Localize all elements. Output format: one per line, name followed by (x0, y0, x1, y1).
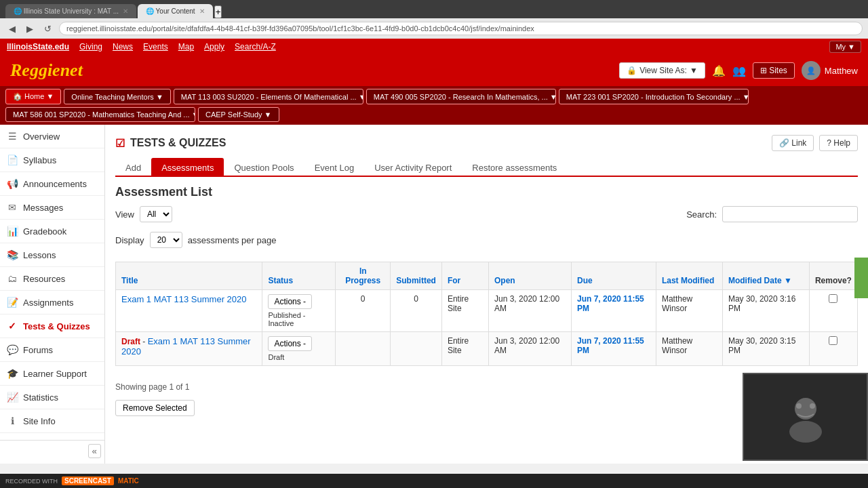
col-last-modified: Last Modified (656, 262, 722, 290)
learner-support-icon: 🎓 (7, 368, 18, 379)
course-mat490-button[interactable]: MAT 490 005 SP2020 - Research In Mathema… (366, 89, 556, 104)
search-input[interactable] (722, 206, 858, 222)
title-sort-link[interactable]: Title (121, 276, 138, 285)
sidebar-label-resources: Resources (23, 274, 65, 284)
svg-point-1 (789, 421, 822, 443)
tab-question-pools[interactable]: Question Pools (224, 158, 304, 177)
row2-title-separator: - (142, 337, 147, 346)
tab-restore[interactable]: Restore assessments (462, 158, 567, 177)
sidebar-item-learner-support[interactable]: 🎓 Learner Support (0, 362, 104, 386)
row2-submitted-cell (391, 332, 442, 366)
status-sort-link[interactable]: Status (268, 276, 293, 285)
row1-status-cell: Actions - Published - Inactive (262, 290, 336, 332)
forward-button[interactable]: ▶ (23, 22, 37, 35)
sites-button[interactable]: ⊞ Sites (753, 62, 795, 79)
tab-assessments[interactable]: Assessments (151, 158, 224, 177)
course-mat586-button[interactable]: MAT 586 001 SP2020 - Mathematics Teachin… (5, 107, 195, 122)
sidebar-label-assignments: Assignments (23, 298, 73, 308)
submitted-sort-link[interactable]: Submitted (396, 276, 436, 285)
modified-date-sort-link[interactable]: Modified Date ▼ (728, 276, 792, 285)
browser-tab-2[interactable]: 🌐 Your Content ✕ (138, 4, 213, 18)
sidebar-item-resources[interactable]: 🗂 Resources (0, 267, 104, 291)
sidebar-item-announcements[interactable]: 📢 Announcements (0, 172, 104, 196)
username: Matthew (825, 66, 858, 76)
sidebar-label-site-info: Site Info (23, 416, 56, 426)
isu-apply[interactable]: Apply (204, 42, 224, 52)
refresh-button[interactable]: ↺ (41, 22, 55, 35)
for-sort-link[interactable]: For (448, 276, 460, 285)
tab-bar: Add Assessments Question Pools Event Log… (115, 158, 858, 177)
col-for: For (441, 262, 488, 290)
sidebar-label-tests: Tests & Quizzes (23, 321, 90, 331)
sidebar-item-forums[interactable]: 💬 Forums (0, 338, 104, 362)
isu-topbar: IllinoisState.edu Giving News Events Map… (0, 39, 868, 55)
tq-header: ☑ TESTS & QUIZZES 🔗 Link ? Help (115, 135, 858, 151)
view-select[interactable]: All (140, 206, 172, 222)
address-bar[interactable]: reggienet.illinoisstate.edu/portal/site/… (59, 22, 863, 35)
sidebar-item-syllabus[interactable]: 📄 Syllabus (0, 148, 104, 172)
link-button[interactable]: 🔗 Link (772, 135, 814, 151)
sidebar-label-forums: Forums (23, 345, 53, 355)
row2-title-cell: Draft - Exam 1 MAT 113 Summer 2020 (116, 332, 262, 366)
row2-remove-checkbox[interactable] (829, 336, 837, 345)
sidebar-item-lessons[interactable]: 📚 Lessons (0, 243, 104, 267)
bell-icon-button[interactable]: 🔔 (712, 64, 726, 77)
isu-logo[interactable]: IllinoisState.edu (7, 42, 69, 52)
tab2-label: 🌐 Your Content (146, 7, 195, 15)
open-sort-link[interactable]: Open (494, 276, 515, 285)
back-button[interactable]: ◀ (5, 22, 19, 35)
overview-icon: ☰ (7, 131, 18, 142)
sidebar-item-gradebook[interactable]: 📊 Gradebook (0, 220, 104, 243)
last-modified-sort-link[interactable]: Last Modified (662, 276, 714, 285)
course-caep-button[interactable]: CAEP Self-Study ▼ (198, 107, 279, 122)
new-tab-button[interactable]: + (214, 5, 222, 18)
row1-submitted-cell: 0 (391, 290, 442, 332)
course-mat113-button[interactable]: MAT 113 003 SU2020 - Elements Of Mathema… (174, 89, 363, 104)
isu-giving[interactable]: Giving (79, 42, 102, 52)
remove-selected-button[interactable]: Remove Selected (115, 400, 195, 416)
view-site-as-button[interactable]: 🔒 View Site As: ▼ (619, 62, 705, 79)
course-mat223-button[interactable]: MAT 223 001 SP2020 - Introduction To Sec… (559, 89, 749, 104)
isu-events[interactable]: Events (143, 42, 168, 52)
row1-remove-checkbox[interactable] (829, 294, 837, 303)
tab-add[interactable]: Add (115, 158, 151, 177)
row2-open-cell: Jun 3, 2020 12:00 AM (489, 332, 572, 366)
tab-user-activity[interactable]: User Activity Report (364, 158, 462, 177)
sidebar-label-statistics: Statistics (23, 392, 58, 403)
row2-actions-button[interactable]: Actions - (268, 336, 312, 351)
sidebar-item-site-info[interactable]: ℹ Site Info (0, 409, 104, 433)
sidebar-item-overview[interactable]: ☰ Overview (0, 125, 104, 148)
course-home-button[interactable]: 🏠 Home ▼ (5, 89, 61, 104)
course-otm-button[interactable]: Online Teaching Mentors ▼ (64, 89, 170, 104)
isu-map[interactable]: Map (178, 42, 194, 52)
row1-actions-button[interactable]: Actions - (268, 294, 312, 309)
col-remove: Remove? (809, 262, 857, 290)
isu-news[interactable]: News (113, 42, 133, 52)
tab-event-log[interactable]: Event Log (304, 158, 365, 177)
due-sort-link[interactable]: Due (577, 276, 593, 285)
sidebar-collapse-area: « (0, 440, 104, 462)
browser-tab-1[interactable]: 🌐 Illinois State University : MAT ... ✕ (5, 4, 136, 18)
display-select[interactable]: 20 (150, 232, 182, 248)
sidebar-label-learner-support: Learner Support (23, 369, 87, 379)
people-icon-button[interactable]: 👥 (732, 64, 746, 77)
help-button[interactable]: ? Help (819, 135, 858, 151)
tab1-label: 🌐 Illinois State University : MAT ... (14, 7, 119, 15)
sidebar-collapse-button[interactable]: « (88, 444, 101, 458)
row1-title-link[interactable]: Exam 1 MAT 113 Summer 2020 (121, 294, 247, 304)
view-label: View (115, 209, 134, 220)
sidebar-item-messages[interactable]: ✉ Messages (0, 196, 104, 220)
tab1-close[interactable]: ✕ (123, 7, 128, 15)
tab2-close[interactable]: ✕ (199, 7, 205, 15)
sidebar-item-tests-quizzes[interactable]: ✓ Tests & Quizzes (0, 314, 104, 338)
sidebar-item-statistics[interactable]: 📈 Statistics (0, 386, 104, 409)
row2-title-link[interactable]: Exam 1 MAT 113 Summer 2020 (121, 336, 251, 357)
my-button[interactable]: My ▼ (829, 41, 861, 53)
isu-search[interactable]: Search/A-Z (235, 42, 276, 52)
col-due: Due (572, 262, 656, 290)
in-progress-sort-link[interactable]: In Progress (345, 266, 380, 285)
row2-in-progress-cell (336, 332, 391, 366)
sidebar-item-assignments[interactable]: 📝 Assignments (0, 291, 104, 314)
tq-action-buttons: 🔗 Link ? Help (772, 135, 858, 151)
row1-open-cell: Jun 3, 2020 12:00 AM (489, 290, 572, 332)
